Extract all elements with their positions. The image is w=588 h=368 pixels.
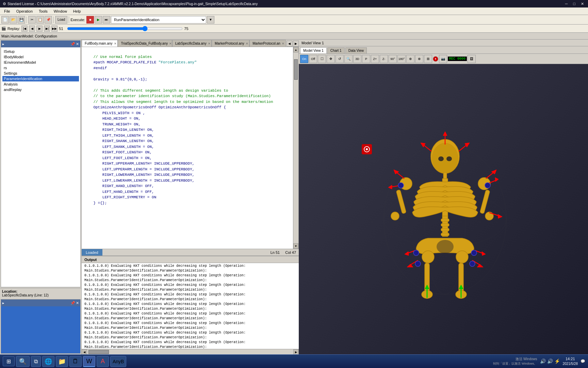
volume-icon[interactable]: 🔊 — [547, 358, 553, 364]
model-btn-zoomin[interactable]: Z+ — [371, 55, 379, 63]
cut-button[interactable]: ✂ — [28, 16, 36, 24]
tab-fullbody[interactable]: FullBody.main.any ✕ — [82, 40, 118, 47]
minimize-button[interactable]: ─ — [564, 2, 569, 6]
model-btn-perspective[interactable]: P — [362, 55, 370, 63]
execute-dropdown[interactable]: RunParameterIdentification — [111, 16, 206, 24]
editor-scrollbar[interactable]: ▲ ▼ — [293, 47, 298, 249]
model-btn-extra3[interactable]: ⊞ — [424, 55, 432, 63]
model-btn-on[interactable]: On — [300, 55, 308, 63]
tab-labspecific-close[interactable]: ✕ — [208, 42, 211, 45]
model-tab-chart1[interactable]: Chart 1 — [327, 47, 345, 53]
execute-stop[interactable]: ■ — [86, 16, 94, 24]
nav-item-environmentmodel[interactable]: IEnvironmentModel — [2, 60, 79, 65]
tab-trialspecific-close[interactable]: ✕ — [169, 42, 172, 45]
tab-fullbody-close[interactable]: ✕ — [114, 42, 117, 45]
start-button[interactable]: ⊞ — [3, 356, 15, 366]
execute-dropdown-arrow[interactable]: ▼ — [207, 16, 214, 24]
taskbar-search[interactable]: 🔍 — [16, 356, 30, 367]
replay-play[interactable]: ▶ — [36, 26, 43, 32]
location-label: Location: — [2, 290, 17, 293]
taskbar-taskview[interactable]: ⧉ — [31, 356, 41, 367]
model-btn-frame[interactable]: ☐ — [318, 55, 326, 63]
nav-item-settings[interactable]: Settings — [2, 71, 79, 76]
paste-button[interactable]: 📌 — [45, 16, 52, 24]
scroll-up[interactable]: ▲ — [293, 47, 298, 52]
menu-window[interactable]: Window — [51, 9, 70, 14]
taskbar-app-1[interactable]: 🌐 — [42, 356, 54, 367]
model-btn-extra1[interactable]: ⊕ — [406, 55, 414, 63]
model-btn-zoom[interactable]: 🔍 — [344, 55, 353, 63]
nav-pin[interactable]: 📌 — [70, 42, 75, 46]
menu-operation[interactable]: Operation — [14, 9, 35, 14]
tab-nav-right[interactable]: ▶ — [293, 41, 299, 47]
model-btn-extra2[interactable]: ⊗ — [415, 55, 423, 63]
scroll-thumb[interactable] — [294, 59, 298, 80]
replay-slider[interactable] — [67, 26, 183, 31]
scroll-down[interactable]: ▼ — [293, 243, 298, 249]
model-btn-record[interactable]: ● — [433, 56, 438, 62]
load-button[interactable]: Load — [55, 16, 67, 24]
replay-next[interactable]: ▶| — [44, 26, 50, 32]
tab-markerprotocol1-close[interactable]: ✕ — [246, 42, 248, 45]
model-tab-view1[interactable]: Model View 1 — [300, 47, 327, 53]
nav-item-andreplay[interactable]: andReplay — [2, 87, 79, 92]
execute-step[interactable]: ⏭ — [103, 16, 110, 24]
taskbar-app-5[interactable]: A — [97, 356, 109, 367]
clock[interactable]: 14:21 2021/5/28 — [563, 356, 578, 366]
close-button[interactable]: ✕ — [579, 2, 585, 6]
new-button[interactable]: 📄 — [1, 16, 9, 24]
model-btn-off[interactable]: Off — [309, 55, 317, 63]
svg-marker-42 — [495, 178, 499, 182]
menu-file[interactable]: File — [1, 9, 13, 14]
tab-labspecific[interactable]: LabSpecificData.any ✕ — [172, 40, 212, 47]
save-button[interactable]: 💾 — [18, 16, 25, 24]
3d-viewport[interactable] — [299, 64, 588, 354]
tab-nav-left[interactable]: ◀ — [287, 41, 292, 47]
tab-trialspecific[interactable]: TrialSpecificData_FullBody.any ✕ — [118, 40, 172, 47]
model-btn-move[interactable]: ✥ — [327, 55, 335, 63]
nav-item-parameteridentification[interactable]: ParameterIdentification — [2, 76, 79, 81]
taskbar-app-3[interactable]: 🗒 — [69, 356, 82, 367]
nav-close[interactable]: ✕ — [76, 42, 79, 46]
network-icon[interactable]: 🔊 — [540, 358, 546, 364]
model-tab-dataview[interactable]: Data View — [345, 47, 367, 53]
tab-markerprotocol2-close[interactable]: ✕ — [282, 42, 284, 45]
model-btn-zoomout[interactable]: Z- — [380, 55, 388, 63]
output-hscrollbar[interactable]: ◀ ▶ — [82, 349, 299, 354]
model-btn-90[interactable]: 90° — [389, 55, 397, 63]
nav-item-rs[interactable]: rs — [2, 65, 79, 71]
replay-first[interactable]: |◀ — [21, 26, 28, 32]
bottom-pin[interactable]: 📌 — [70, 301, 75, 305]
nav-item-bodymodel[interactable]: IBodyModel — [2, 54, 79, 60]
model-btn-screenshot[interactable]: 🖼 — [468, 55, 476, 63]
tab-markerprotocol1[interactable]: MarkerProtocol.any ✕ — [212, 40, 249, 47]
menu-tools[interactable]: Tools — [36, 9, 50, 14]
battery-icon[interactable]: ⚡ — [554, 358, 560, 364]
hscroll-thumb[interactable] — [88, 350, 109, 354]
copy-button[interactable]: 📋 — [36, 16, 44, 24]
model-btn-rotate[interactable]: ↺ — [336, 55, 344, 63]
taskbar-app-2[interactable]: 📁 — [56, 356, 68, 367]
replay-prev[interactable]: ◀ — [29, 26, 35, 32]
replay-last[interactable]: ▶▶ — [51, 26, 58, 32]
maximize-button[interactable]: □ — [572, 2, 577, 6]
model-btn-3d[interactable]: 3D — [353, 55, 361, 63]
hscroll-left[interactable]: ◀ — [82, 349, 87, 355]
model-btn-camera[interactable]: 📷 — [439, 55, 447, 63]
menu-help[interactable]: Help — [70, 9, 84, 14]
svg-point-60 — [398, 183, 404, 188]
taskbar-app-6[interactable]: AnyB — [110, 356, 126, 367]
tab-markerprotocol2[interactable]: MarkerProtocol.an ✕ — [249, 40, 286, 47]
output-content[interactable]: 0.1.0.1.0.0) Evaluating KKT conditions w… — [82, 263, 299, 349]
bottom-close[interactable]: ✕ — [76, 301, 79, 305]
execute-play[interactable]: ▶ — [95, 16, 102, 24]
model-btn-180[interactable]: 180° — [397, 55, 406, 63]
nav-item-analysis[interactable]: Analysis — [2, 81, 79, 87]
taskbar-app-4[interactable]: W — [83, 356, 95, 367]
hscroll-right[interactable]: ▶ — [293, 349, 299, 355]
nav-header-label: ▸ — [2, 42, 4, 46]
notification-icon[interactable]: 💬 — [581, 359, 585, 364]
open-button[interactable]: 📂 — [10, 16, 17, 24]
code-editor[interactable]: // Use normal force plates #path MOCAP_F… — [82, 47, 293, 249]
nav-item-setup[interactable]: ISetup — [2, 49, 79, 54]
